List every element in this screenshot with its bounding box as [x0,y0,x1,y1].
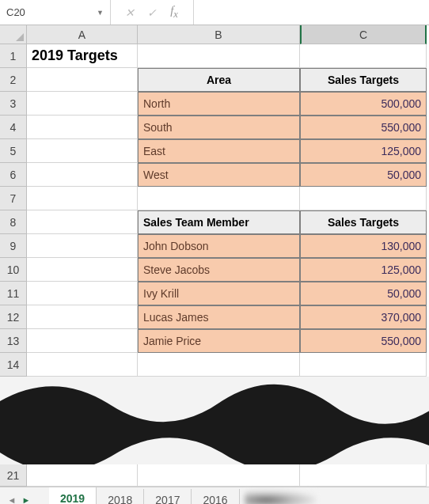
row-header[interactable]: 14 [0,353,27,377]
cell[interactable] [300,44,427,68]
table-header[interactable]: Sales Targets [300,210,427,234]
tab-nav-prev-icon[interactable]: ◄ [5,495,19,505]
tab-nav-next-icon[interactable]: ► [19,495,33,505]
table-cell[interactable]: Ivy Krill [138,282,300,305]
formula-bar: C20 ▼ ✕ ✓ fx [0,0,429,25]
name-box[interactable]: C20 ▼ [0,0,111,25]
spreadsheet-grid: A B C 1 2 3 4 5 6 7 8 9 10 11 12 13 14 2… [0,25,429,377]
row-header[interactable]: 2 [0,68,27,92]
cell[interactable] [27,68,138,92]
row-header[interactable]: 11 [0,282,27,305]
table-cell[interactable]: 370,000 [300,305,427,329]
row-header[interactable]: 4 [0,116,27,139]
table-cell[interactable]: 130,000 [300,234,427,258]
sheet-tab-2016[interactable]: 2016 [192,489,239,505]
cell[interactable] [27,258,138,282]
cell[interactable] [138,44,300,68]
torn-edge-decoration [0,377,429,472]
table-cell[interactable]: 50,000 [300,163,427,187]
formula-buttons: ✕ ✓ fx [111,0,194,25]
cell[interactable] [27,464,138,487]
row-header[interactable]: 10 [0,258,27,282]
formula-input[interactable] [194,0,429,25]
table-cell[interactable]: East [138,139,300,163]
sheet-tab-2019[interactable]: 2019 [49,487,97,504]
table-header[interactable]: Area [138,68,300,92]
row-header[interactable]: 12 [0,305,27,329]
cell[interactable] [27,282,138,305]
cell[interactable] [27,139,138,163]
table-cell[interactable]: North [138,92,300,116]
table-header[interactable]: Sales Team Member [138,210,300,234]
cell[interactable] [300,464,427,487]
row-header[interactable]: 21 [0,464,27,487]
blurred-area [245,491,316,505]
cell[interactable] [27,187,138,210]
accept-icon: ✓ [141,6,163,19]
col-header-A[interactable]: A [27,25,138,44]
cell[interactable] [300,187,427,210]
cell[interactable] [27,92,138,116]
page-title[interactable]: 2019 Targets [27,44,138,68]
cell[interactable] [27,234,138,258]
table-cell[interactable]: John Dobson [138,234,300,258]
table-cell[interactable]: Jamie Price [138,329,300,353]
sheet-tab-2017[interactable]: 2017 [144,489,192,505]
cell[interactable] [27,305,138,329]
cell[interactable] [138,353,300,377]
cell[interactable] [27,353,138,377]
cell[interactable] [300,353,427,377]
cell[interactable] [27,329,138,353]
table-cell[interactable]: South [138,116,300,139]
cell[interactable] [138,464,300,487]
col-header-C[interactable]: C [300,25,427,44]
sheet-tab-2018[interactable]: 2018 [97,489,144,505]
cell[interactable] [27,163,138,187]
select-all-button[interactable] [0,25,27,44]
cancel-icon: ✕ [119,6,141,19]
table-cell[interactable]: 500,000 [300,92,427,116]
row-header[interactable]: 3 [0,92,27,116]
table-cell[interactable]: 550,000 [300,329,427,353]
column-headers: A B C [0,25,429,44]
row-headers: 1 2 3 4 5 6 7 8 9 10 11 12 13 14 [0,44,27,377]
table-cell[interactable]: 550,000 [300,116,427,139]
sheet-tabs-bar: ◄ ► 2019 2018 2017 2016 [0,487,429,504]
table-cell[interactable]: Steve Jacobs [138,258,300,282]
table-cell[interactable]: 50,000 [300,282,427,305]
name-box-value: C20 [6,6,92,18]
chevron-down-icon[interactable]: ▼ [92,9,104,17]
row-header[interactable]: 1 [0,44,27,68]
row-header[interactable]: 13 [0,329,27,353]
table-cell[interactable]: West [138,163,300,187]
table-cell[interactable]: Lucas James [138,305,300,329]
table-header[interactable]: Sales Targets [300,68,427,92]
cell[interactable] [27,116,138,139]
row-header[interactable]: 6 [0,163,27,187]
table-cell[interactable]: 125,000 [300,258,427,282]
row-header[interactable]: 8 [0,210,27,234]
cells-area[interactable]: 2019 Targets Area Sales Targets North 50… [27,44,427,377]
table-cell[interactable]: 125,000 [300,139,427,163]
cell[interactable] [27,210,138,234]
row-header[interactable]: 7 [0,187,27,210]
cell[interactable] [138,187,300,210]
row-header[interactable]: 5 [0,139,27,163]
row-header[interactable]: 9 [0,234,27,258]
fx-icon[interactable]: fx [163,4,185,21]
col-header-B[interactable]: B [138,25,300,44]
